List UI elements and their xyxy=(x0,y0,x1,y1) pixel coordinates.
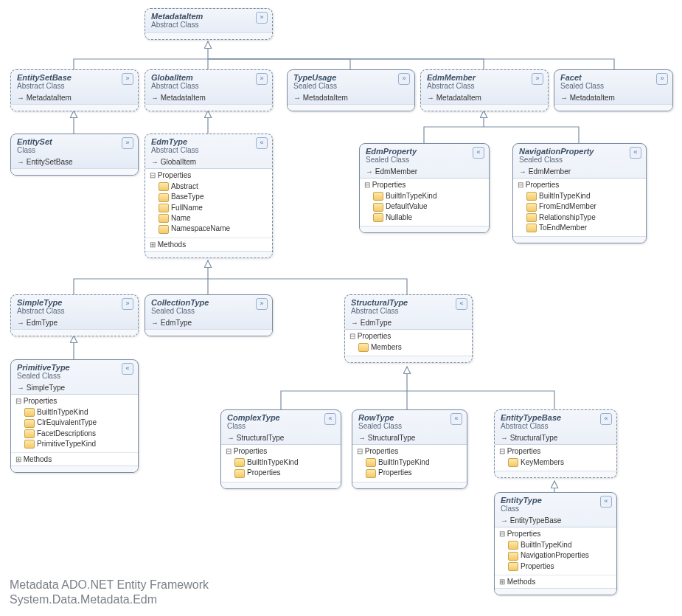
property-item[interactable]: Properties xyxy=(508,561,612,572)
properties-section[interactable]: Properties xyxy=(150,171,191,179)
class-structuraltype[interactable]: StructuralTypeAbstract Class« EdmType Pr… xyxy=(344,294,473,363)
caption-line-1: Metadata ADO.NET Entity Framework xyxy=(10,578,209,592)
property-item[interactable]: BuiltInTypeKind xyxy=(373,191,484,201)
class-entitysetbase[interactable]: EntitySetBaseAbstract Class» MetadataIte… xyxy=(10,69,139,111)
class-entitytype[interactable]: EntityTypeClass« EntityTypeBase Properti… xyxy=(494,492,617,595)
property-item[interactable]: Abstract xyxy=(159,181,268,192)
property-item[interactable]: BuiltInTypeKind xyxy=(24,407,133,418)
class-metadataitem[interactable]: MetadataItemAbstract Class» xyxy=(145,8,273,40)
properties-section[interactable]: Properties xyxy=(518,181,559,189)
resize-handle[interactable] xyxy=(11,104,138,111)
property-item[interactable]: NamespaceName xyxy=(159,224,268,234)
class-collectiontype[interactable]: CollectionTypeSealed Class» EdmType xyxy=(145,294,273,336)
property-item[interactable]: BuiltInTypeKind xyxy=(526,191,641,201)
property-item[interactable]: Members xyxy=(358,342,467,353)
properties-section[interactable]: Properties xyxy=(499,530,540,538)
property-item[interactable]: PrimitiveTypeKind xyxy=(24,439,133,449)
property-item[interactable]: BuiltInTypeKind xyxy=(234,457,336,468)
property-item[interactable]: NavigationProperties xyxy=(508,550,612,561)
class-edmmember[interactable]: EdmMemberAbstract Class» MetadataItem xyxy=(420,69,549,111)
resize-handle[interactable] xyxy=(11,168,138,175)
class-navigationproperty[interactable]: NavigationPropertySealed Class« EdmMembe… xyxy=(512,143,647,243)
properties-section[interactable]: Properties xyxy=(357,447,398,455)
collapse-icon[interactable]: « xyxy=(456,298,467,310)
expand-icon[interactable]: » xyxy=(122,298,133,310)
resize-handle[interactable] xyxy=(11,329,138,336)
expand-icon[interactable]: » xyxy=(656,73,668,85)
collapse-icon[interactable]: « xyxy=(122,363,133,375)
collapse-icon[interactable]: « xyxy=(630,147,641,159)
resize-handle[interactable] xyxy=(145,329,272,336)
resize-handle[interactable] xyxy=(495,471,616,477)
collapse-icon[interactable]: « xyxy=(324,413,336,425)
collapse-icon[interactable]: « xyxy=(473,147,484,159)
class-primitivetype[interactable]: PrimitiveTypeSealed Class« SimpleType Pr… xyxy=(10,359,139,473)
collapse-icon[interactable]: « xyxy=(256,137,268,149)
class-kind: Abstract Class xyxy=(151,21,266,29)
property-item[interactable]: ToEndMember xyxy=(526,223,641,233)
resize-handle[interactable] xyxy=(11,466,138,472)
collapse-icon[interactable]: « xyxy=(450,413,462,425)
resize-handle[interactable] xyxy=(145,251,272,257)
collapse-icon[interactable]: « xyxy=(600,496,612,508)
class-entitytypebase[interactable]: EntityTypeBaseAbstract Class« Structural… xyxy=(494,409,617,478)
expand-icon[interactable]: » xyxy=(122,73,133,85)
class-facet[interactable]: FacetSealed Class» MetadataItem xyxy=(554,69,673,111)
properties-section[interactable]: Properties xyxy=(499,447,540,455)
property-item[interactable]: ClrEquivalentType xyxy=(24,418,133,428)
class-entityset[interactable]: EntitySetClass» EntitySetBase xyxy=(10,134,139,176)
expand-icon[interactable]: » xyxy=(122,137,133,149)
resize-handle[interactable] xyxy=(421,104,548,111)
methods-section[interactable]: Methods xyxy=(15,455,52,463)
properties-section[interactable]: Properties xyxy=(15,397,57,405)
properties-section[interactable]: Properties xyxy=(226,447,267,455)
resize-handle[interactable] xyxy=(495,588,616,595)
resize-handle[interactable] xyxy=(145,104,272,111)
class-edmproperty[interactable]: EdmPropertySealed Class« EdmMember Prope… xyxy=(359,143,490,233)
resize-handle[interactable] xyxy=(145,32,272,39)
methods-section[interactable]: Methods xyxy=(499,578,535,586)
class-globalitem[interactable]: GlobalItemAbstract Class» MetadataItem xyxy=(145,69,273,111)
property-item[interactable]: FullName xyxy=(159,203,268,213)
methods-section[interactable]: Methods xyxy=(150,240,186,249)
class-title: MetadataItem xyxy=(151,12,266,21)
resize-handle[interactable] xyxy=(554,104,672,111)
property-item[interactable]: BuiltInTypeKind xyxy=(366,457,462,468)
caption-line-2: System.Data.Metadata.Edm xyxy=(10,592,209,607)
property-item[interactable]: RelationshipType xyxy=(526,212,641,223)
diagram-caption: Metadata ADO.NET Entity Framework System… xyxy=(10,578,209,607)
base-class: MetadataItem xyxy=(11,94,138,104)
property-item[interactable]: KeyMembers xyxy=(508,457,612,468)
resize-handle[interactable] xyxy=(352,482,467,488)
expand-icon[interactable]: » xyxy=(256,12,268,24)
property-item[interactable]: Nullable xyxy=(373,212,484,223)
property-item[interactable]: DefaultValue xyxy=(373,201,484,212)
class-complextype[interactable]: ComplexTypeClass« StructuralType Propert… xyxy=(220,409,341,489)
property-item[interactable]: Properties xyxy=(234,468,336,478)
properties-section[interactable]: Properties xyxy=(364,181,406,189)
class-edmtype[interactable]: EdmTypeAbstract Class« GlobalItem Proper… xyxy=(145,134,273,258)
properties-section[interactable]: Properties xyxy=(349,332,391,340)
resize-handle[interactable] xyxy=(360,226,489,232)
expand-icon[interactable]: » xyxy=(532,73,543,85)
property-item[interactable]: FromEndMember xyxy=(526,201,641,212)
expand-icon[interactable]: » xyxy=(256,73,268,85)
collapse-icon[interactable]: « xyxy=(600,413,612,425)
resize-handle[interactable] xyxy=(513,236,646,243)
property-item[interactable]: Properties xyxy=(366,468,462,478)
expand-icon[interactable]: » xyxy=(398,73,410,85)
class-simpletype[interactable]: SimpleTypeAbstract Class» EdmType xyxy=(10,294,139,336)
resize-handle[interactable] xyxy=(221,482,341,488)
expand-icon[interactable]: » xyxy=(256,298,268,310)
resize-handle[interactable] xyxy=(345,356,472,362)
property-item[interactable]: Name xyxy=(159,213,268,224)
property-item[interactable]: FacetDescriptions xyxy=(24,429,133,439)
property-item[interactable]: BuiltInTypeKind xyxy=(508,540,612,550)
resize-handle[interactable] xyxy=(288,104,414,111)
class-rowtype[interactable]: RowTypeSealed Class« StructuralType Prop… xyxy=(352,409,467,489)
property-item[interactable]: BaseType xyxy=(159,192,268,202)
class-typeusage[interactable]: TypeUsageSealed Class» MetadataItem xyxy=(287,69,415,111)
